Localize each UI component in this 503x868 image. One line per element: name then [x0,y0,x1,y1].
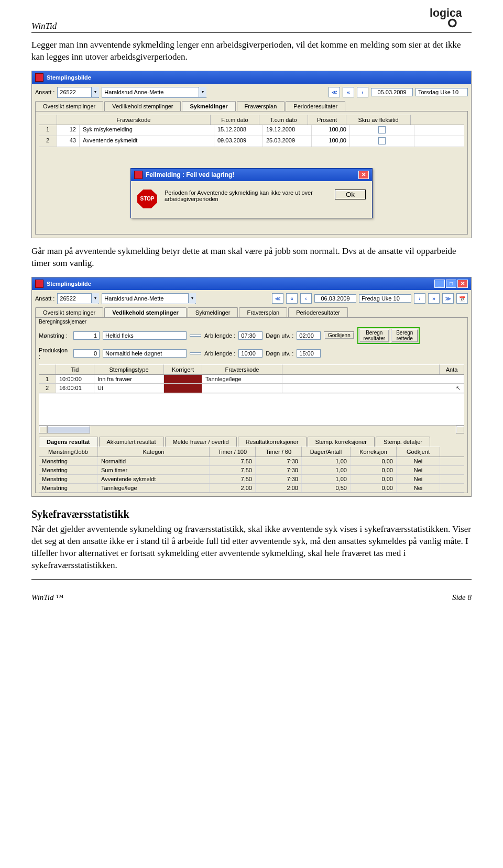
tab-vedlikehold[interactable]: Vedlikehold stemplinger [104,101,181,111]
arblengde-1: 07:30 [238,331,263,340]
col-stemplingstype: Stemplingstype [94,364,164,374]
col-anta: Anta [440,364,464,374]
tab-oversikt[interactable]: Oversikt stemplinger [35,101,103,111]
arblengde-2: 10:00 [238,349,263,358]
day-field: Fredag Uke 10 [359,294,411,303]
godkjenn-button[interactable]: Godkjenn [324,331,354,339]
tab-melde-fravaer[interactable]: Melde fravær / overtid [165,437,237,447]
date-field[interactable]: 06.03.2009 [314,294,356,303]
paragraph-2: Går man på avventende sykmelding betyr d… [31,246,472,270]
ansatt-name-input[interactable] [102,293,196,304]
table-row[interactable]: Mønstring Sum timer 7,50 7:30 1,00 0,00 … [39,466,464,475]
ansatt-name-input[interactable] [102,87,206,98]
window-title: Stemplingsbilde [47,74,91,81]
nav-prev[interactable]: ‹ [300,293,312,304]
tab-fravaersplan[interactable]: Fraværsplan [237,101,285,111]
tab-fravaersplan[interactable]: Fraværsplan [239,307,287,317]
footer-left: WinTid ™ [31,593,63,602]
section-heading: Sykefraværsstatistikk [31,508,472,520]
date-field[interactable]: 05.03.2009 [371,88,413,96]
col-timer60: Timer / 60 [256,447,302,457]
maximize-icon[interactable]: □ [446,280,456,288]
dialog-message: Perioden for Avventende sykmelding kan i… [165,190,327,202]
nav-first[interactable]: ≪ [329,87,340,97]
logica-logo: logica [430,4,472,30]
window-titlebar: Stemplingsbilde _ □ ✕ [32,277,471,290]
window-title: Stemplingsbilde [47,281,91,287]
table-row[interactable]: Mønstring Tannlege/lege 2,00 2:00 0,50 0… [39,484,464,493]
chevron-down-icon[interactable]: ▾ [91,87,99,97]
table-row[interactable]: Mønstring Normaltid 7,50 7:30 1,00 0,00 … [39,457,464,466]
monstring-name[interactable]: Heltid fleks [103,331,187,340]
tab-perioderesultater[interactable]: Perioderesultater [286,101,345,111]
nav-prev-week[interactable]: « [343,87,354,97]
app-icon [35,73,43,82]
paragraph-3: Når det gjelder avventende sykmelding og… [31,524,472,572]
divider [31,32,472,33]
nav-next-week[interactable]: » [428,293,440,304]
produksjon-label: Produksjon : [39,347,70,360]
dogn-label: Døgn utv. : [266,332,293,339]
screenshot-1: Stemplingsbilde Ansatt : ▾ ▾ ≪ « ‹ 05.03… [31,71,472,238]
dogn-1: 02:00 [297,331,321,340]
produksjon-name[interactable]: Normaltid hele døgnet [103,349,187,358]
stop-icon: STOP [137,190,157,208]
cursor-icon: ↖ [282,384,464,393]
tab-stemp-korreksjoner[interactable]: Stemp. korreksjoner [308,437,375,447]
tab-sykmeldinger[interactable]: Sykmeldinger [188,307,238,317]
produksjon-val[interactable]: 0 [73,349,100,358]
chevron-down-icon[interactable]: ▾ [199,87,206,97]
scrollbar[interactable] [39,425,464,433]
beregn-resultater-button[interactable]: Beregn resultater [359,329,389,342]
col-godkjent: Godkjent [397,447,440,457]
monstring-val[interactable]: 1 [73,331,100,340]
app-icon [35,280,43,288]
col-timer100: Timer / 100 [210,447,256,457]
nav-last[interactable]: ≫ [442,293,454,304]
chevron-down-icon[interactable]: ▾ [91,293,99,303]
beregn-rettede-button[interactable]: Beregn rettede [391,329,418,342]
checkbox[interactable] [378,137,386,144]
tab-vedlikehold[interactable]: Vedlikehold stemplinger [104,307,187,317]
col-dager: Dager/Antall [302,447,351,457]
tab-sykmeldinger[interactable]: Sykmeldinger [182,101,235,111]
close-icon[interactable]: ✕ [358,171,369,179]
table-row[interactable]: Mønstring Avventende sykmeldt 7,50 7:30 … [39,475,464,484]
table-row[interactable]: 2 16:00:01 Ut ↖ [39,384,464,393]
col-fravaerskode: Fraværskode [57,115,211,125]
tab-oversikt[interactable]: Oversikt stemplinger [35,307,103,317]
tab-akkumulert[interactable]: Akkumulert resultat [99,437,164,447]
close-icon[interactable]: ✕ [457,280,468,288]
tab-resultatkorreksjoner[interactable]: Resultatkorreksjoner [238,437,307,447]
arblengde-label: Arb.lengde : [204,332,235,339]
table-row[interactable]: 1 12 Syk m/sykemelding 15.12.2008 19.12.… [39,125,464,136]
group-label: Beregningsskjemaer [36,318,467,326]
ansatt-label: Ansatt : [35,295,54,302]
svg-text:logica: logica [430,7,462,19]
screenshot-2: Stemplingsbilde _ □ ✕ Ansatt : ▾ ▾ ≪ « ‹… [31,277,472,497]
tab-perioderesultater[interactable]: Perioderesultater [288,307,348,317]
table-row[interactable]: 1 10:00:00 Inn fra fravær Tannlege/lege [39,375,464,384]
col-fom: F.o.m dato [211,115,259,125]
tab-stemp-detaljer[interactable]: Stemp. detaljer [376,437,430,447]
minimize-icon[interactable]: _ [434,280,445,288]
ok-button[interactable]: Ok [335,190,366,199]
nav-prev[interactable]: ‹ [357,87,368,97]
svg-point-1 [449,19,456,26]
chevron-down-icon[interactable]: ▾ [188,293,196,303]
col-tid: Tid [56,364,94,374]
day-field: Torsdag Uke 10 [415,88,468,96]
checkbox[interactable] [378,126,386,133]
ansatt-label: Ansatt : [35,89,54,95]
nav-first[interactable]: ≪ [272,293,283,304]
col-fleksitid: Skru av fleksitid [346,115,411,125]
col-korrigert: Korrigert [164,364,202,374]
nav-next[interactable]: › [414,293,425,304]
nav-prev-week[interactable]: « [286,293,298,304]
tab-dagens-resultat[interactable]: Dagens resultat [39,437,98,447]
dogn-2: 15:00 [297,349,321,358]
calendar-icon[interactable]: 📅 [456,293,468,304]
col-fravaerskode: Fraværskode [202,364,282,374]
table-row[interactable]: 2 43 Avventende sykmeldt 09.03.2009 25.0… [39,136,464,147]
col-kategori: Kategori [98,447,210,457]
